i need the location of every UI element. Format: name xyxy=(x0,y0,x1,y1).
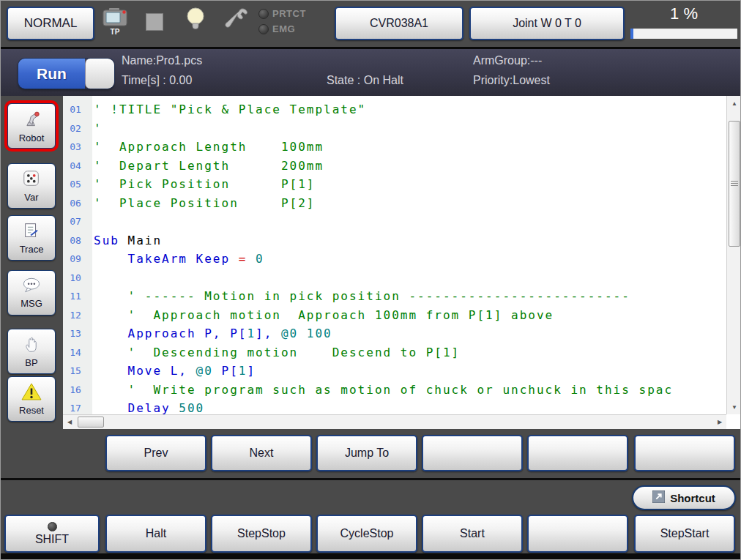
next-button[interactable]: Next xyxy=(211,435,312,471)
tp-camera-icon: TP xyxy=(102,7,128,36)
sidebar-item-msg[interactable]: MSG xyxy=(7,270,56,316)
speed-indicator: 1 % xyxy=(630,4,737,39)
code-line: 11 ' ------ Motion in pick position ----… xyxy=(63,287,726,306)
code-line: 02' xyxy=(63,119,726,138)
code-line: 09 TakeArm Keep = 0 xyxy=(63,250,726,269)
warning-triangle-icon xyxy=(21,382,42,404)
code-line: 17 Delay 500 xyxy=(63,399,726,414)
code-line: 13 Approach P, P[1], @0 100 xyxy=(63,324,726,343)
trace-document-icon xyxy=(22,221,41,243)
code-line: 06' Place Position P[2] xyxy=(63,194,726,213)
jump-to-button[interactable]: Jump To xyxy=(316,435,417,471)
horizontal-scrollbar[interactable]: ◀ ▶ xyxy=(63,414,726,429)
shift-button[interactable]: SHIFT xyxy=(4,515,100,553)
hand-icon xyxy=(22,335,41,356)
lamp-icon xyxy=(185,7,206,33)
shortcut-label: Shortcut xyxy=(670,492,715,504)
stepstart-button[interactable]: StepStart xyxy=(634,515,735,553)
run-toggle[interactable]: Run xyxy=(18,59,114,89)
code-lines: 01' !TITLE "Pick & Place Template"02'03'… xyxy=(63,96,726,414)
robot-arm-icon xyxy=(21,108,42,132)
speed-progress-fill xyxy=(630,29,633,39)
vertical-scrollbar[interactable]: ▲ ▼ xyxy=(726,96,741,414)
emg-label: EMG xyxy=(272,23,295,34)
code-line: 07 xyxy=(63,212,726,231)
speed-progress-track xyxy=(630,29,737,39)
start-button[interactable]: Start xyxy=(422,515,523,553)
code-line: 12 ' Approach motion Approach 100mm from… xyxy=(63,306,726,325)
sidebar-item-var[interactable]: Var xyxy=(7,163,56,209)
code-line: 05' Pick Position P[1] xyxy=(63,175,726,194)
code-line: 16 ' Write program such as motion of chu… xyxy=(63,381,726,400)
code-line: 03' Approach Length 100mm xyxy=(63,138,726,157)
sidebar-item-trace[interactable]: Trace xyxy=(7,215,56,261)
scroll-right-arrow-icon[interactable]: ▶ xyxy=(713,415,726,429)
sidebar-label-robot: Robot xyxy=(19,132,45,143)
sidebar-item-robot[interactable]: Robot xyxy=(7,103,56,149)
shift-label: SHIFT xyxy=(35,533,69,546)
code-line: 10 xyxy=(63,269,726,288)
code-line: 08Sub Main xyxy=(63,231,726,250)
time-text: Time[s] : 0.00 xyxy=(122,74,192,87)
tp-label: TP xyxy=(111,28,120,36)
sidebar-item-reset[interactable]: Reset xyxy=(7,376,56,422)
joint-mode-button[interactable]: Joint W 0 T 0 xyxy=(469,7,625,40)
wrench-icon xyxy=(223,7,250,37)
shortcut-arrow-icon xyxy=(652,490,665,505)
program-name-text: Name:Pro1.pcs xyxy=(122,54,202,67)
program-name-button[interactable]: CVR038A1 xyxy=(335,7,463,40)
scroll-left-arrow-icon[interactable]: ◀ xyxy=(63,415,76,429)
function-key-blank-3[interactable] xyxy=(634,435,735,471)
vertical-scroll-thumb[interactable] xyxy=(729,121,740,247)
status-bar: Run Name:Pro1.pcs Time[s] : 0.00 State :… xyxy=(1,47,741,96)
horizontal-scroll-thumb[interactable] xyxy=(78,417,104,428)
bottom-key-blank[interactable] xyxy=(527,515,628,553)
priority-text: Priority:Lowest xyxy=(473,74,550,87)
top-toolbar: NORMAL TP PRTCT xyxy=(1,1,741,47)
run-toggle-knob[interactable] xyxy=(85,59,114,89)
sidebar: Robot Var Trace xyxy=(1,96,63,429)
code-line: 15 Move L, @0 P[1] xyxy=(63,362,726,381)
bottom-key-row: SHIFT Halt StepStop CycleStop Start Step… xyxy=(1,515,741,553)
shift-led-icon xyxy=(48,522,57,531)
sidebar-label-var: Var xyxy=(24,192,38,203)
dice-icon xyxy=(22,169,41,191)
mode-button[interactable]: NORMAL xyxy=(7,7,94,40)
sidebar-item-bp[interactable]: BP xyxy=(7,329,56,374)
prtct-label: PRTCT xyxy=(272,8,306,19)
prtct-led-icon xyxy=(258,9,269,19)
function-key-blank-2[interactable] xyxy=(527,435,628,471)
run-toggle-label: Run xyxy=(18,59,85,89)
safety-indicator-block: PRTCT EMG xyxy=(258,8,306,34)
bottom-black-strip xyxy=(1,553,741,560)
teach-pendant-screen: NORMAL TP PRTCT xyxy=(0,0,741,560)
emg-led-icon xyxy=(258,24,269,34)
sidebar-label-bp: BP xyxy=(25,357,37,368)
scroll-up-arrow-icon[interactable]: ▲ xyxy=(727,96,741,111)
prev-button[interactable]: Prev xyxy=(105,435,206,471)
armgroup-text: ArmGroup:--- xyxy=(473,54,542,67)
code-editor[interactable]: 01' !TITLE "Pick & Place Template"02'03'… xyxy=(63,96,741,429)
halt-button[interactable]: Halt xyxy=(105,515,206,553)
sidebar-label-reset: Reset xyxy=(19,405,44,416)
sidebar-label-trace: Trace xyxy=(20,244,44,255)
cyclestop-button[interactable]: CycleStop xyxy=(316,515,417,553)
scroll-down-arrow-icon[interactable]: ▼ xyxy=(727,400,741,414)
shortcut-button[interactable]: Shortcut xyxy=(632,485,736,510)
stop-square-icon xyxy=(146,13,163,31)
function-key-row: Prev Next Jump To xyxy=(1,429,741,480)
code-line: 01' !TITLE "Pick & Place Template" xyxy=(63,100,726,119)
speed-percent-text: 1 % xyxy=(630,4,737,29)
state-text: State : On Halt xyxy=(327,74,403,87)
code-line: 14 ' Descending motion Descend to P[1] xyxy=(63,343,726,362)
stepstop-button[interactable]: StepStop xyxy=(211,515,312,553)
code-line: 04' Depart Length 200mm xyxy=(63,157,726,176)
sidebar-label-msg: MSG xyxy=(21,298,42,309)
message-bubble-icon xyxy=(21,277,42,297)
shortcut-row: Shortcut xyxy=(1,480,741,515)
function-key-blank-1[interactable] xyxy=(422,435,523,471)
